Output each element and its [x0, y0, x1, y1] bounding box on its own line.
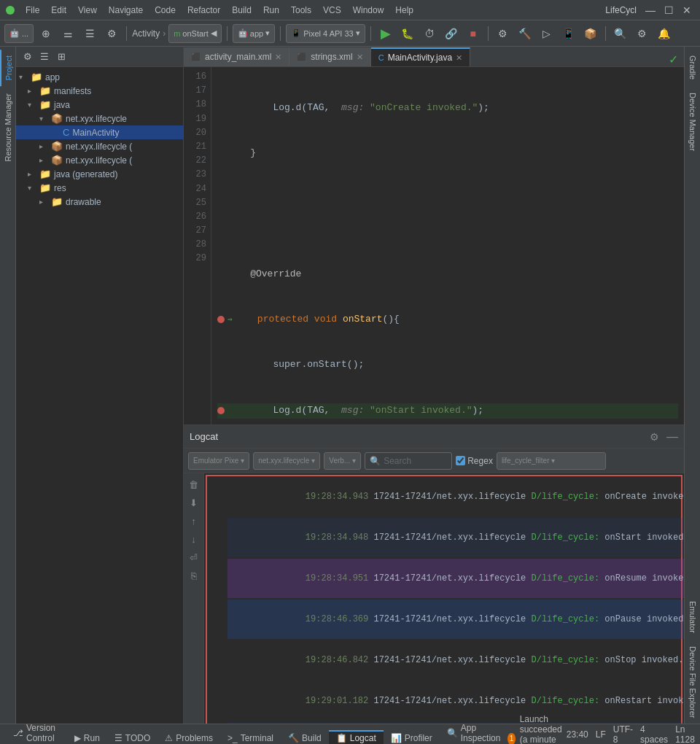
level-filter-dropdown[interactable]: Verb... ▾ [324, 452, 361, 470]
status-tab-terminal[interactable]: >_ Terminal [220, 732, 281, 745]
status-tab-problems-label: Problems [176, 733, 213, 743]
sidebar-item-project[interactable]: Project [0, 50, 16, 86]
logcat-scroll-top-btn[interactable]: ⬇ [186, 495, 202, 511]
logcat-minimize-icon[interactable]: — [666, 430, 678, 443]
menu-build[interactable]: Build [227, 4, 257, 17]
run-button[interactable]: ▶ [376, 24, 395, 43]
title-bar: File Edit View Navigate Code Refactor Bu… [0, 0, 700, 20]
project-collapse-btn[interactable]: ☰ [37, 50, 52, 64]
tab-mainactivity-java[interactable]: C MainActivity.java ✕ [371, 47, 470, 66]
package-filter-dropdown[interactable]: net.xyx.lifecycle ▾ [253, 452, 320, 470]
android-icon-btn[interactable]: 🤖 ... [4, 24, 34, 43]
sync-btn[interactable]: ⚌ [58, 24, 77, 43]
close-button[interactable]: ✕ [680, 4, 694, 16]
maximize-icon[interactable] [6, 6, 15, 15]
tree-item-drawable[interactable]: ▸ 📁 drawable [16, 195, 183, 209]
device-filter-label: Emulator Pixe [193, 457, 238, 465]
status-tab-profiler[interactable]: 📊 Profiler [384, 732, 440, 745]
menu-help[interactable]: Help [390, 4, 419, 17]
search-everywhere-btn[interactable]: 🔍 [611, 24, 630, 43]
notifications-btn[interactable]: 🔔 [655, 24, 674, 43]
settings-main-btn[interactable]: ⚙ [633, 24, 652, 43]
status-tab-build[interactable]: 🔨 Build [281, 732, 329, 745]
app-dropdown-btn[interactable]: 🤖 app ▾ [233, 24, 275, 43]
tree-item-java[interactable]: ▾ 📁 java [16, 98, 183, 112]
menu-edit[interactable]: Edit [46, 4, 71, 17]
log-icon-6 [207, 681, 228, 721]
avd-manager-btn[interactable]: 📱 [559, 24, 578, 43]
minimize-button[interactable]: — [642, 4, 658, 16]
breadcrumb-activity: Activity [132, 28, 160, 39]
make-project-btn[interactable]: 🔨 [516, 24, 534, 43]
project-expand-btn[interactable]: ⊞ [54, 50, 69, 64]
tab-activity-main-xml[interactable]: ⬛ activity_main.xml ✕ [184, 47, 289, 66]
sidebar-item-gradle[interactable]: Gradle [685, 50, 700, 85]
folder-icon-app: 📁 [31, 71, 42, 82]
logcat-up-btn[interactable]: ↑ [186, 513, 202, 529]
status-tab-run[interactable]: ▶ Run [67, 732, 107, 745]
tab-close-mainactivity[interactable]: ✕ [456, 53, 462, 63]
debug-button[interactable]: 🐛 [398, 24, 417, 43]
menu-code[interactable]: Code [149, 4, 181, 17]
logcat-content[interactable]: 19:28:34.943 17241-17241/net.xyx.lifecyc… [204, 473, 684, 724]
menu-file[interactable]: File [20, 4, 44, 17]
menu-view[interactable]: View [73, 4, 102, 17]
app-inspection-icon: 🔍 [447, 728, 458, 738]
sdk-manager-btn[interactable]: 📦 [581, 24, 600, 43]
tree-item-mainactivity[interactable]: C MainActivity [16, 125, 183, 139]
tree-item-manifests[interactable]: ▸ 📁 manifests [16, 84, 183, 98]
menu-navigate[interactable]: Navigate [104, 4, 148, 17]
regex-checkbox[interactable] [456, 456, 465, 465]
breadcrumb-method-btn[interactable]: m onStart ◀ [168, 24, 222, 43]
tab-close-activity-main[interactable]: ✕ [275, 53, 281, 62]
sidebar-item-emulator[interactable]: Emulator [685, 595, 700, 639]
code-editor[interactable]: 16 17 18 19 20 21 22 23 24 25 26 27 28 2… [184, 67, 684, 425]
code-content[interactable]: Log.d(TAG, msg: "onCreate invoked."); } [211, 67, 684, 425]
device-filter-dropdown[interactable]: Emulator Pixe ▾ [188, 452, 249, 470]
status-tab-vc-label: Version Control [26, 723, 60, 743]
maximize-button[interactable]: ☐ [661, 4, 677, 16]
attach-debugger-btn[interactable]: 🔗 [442, 24, 461, 43]
logcat-settings-icon[interactable]: ⚙ [650, 431, 659, 443]
sidebar-item-device-file-explorer[interactable]: Device File Explorer [685, 640, 700, 724]
add-file-btn[interactable]: ⊕ [36, 24, 55, 43]
logcat-search-box[interactable]: 🔍 Search [365, 452, 452, 470]
menu-vcs[interactable]: VCS [318, 4, 346, 17]
run-configuration-btn[interactable]: ▷ [537, 24, 556, 43]
expand-arrow-lifecycle1: ▾ [39, 115, 51, 123]
logcat-wrap-btn[interactable]: ⏎ [186, 549, 202, 565]
tree-item-lifecycle2[interactable]: ▸ 📦 net.xyx.lifecycle ( [16, 139, 183, 153]
log-row-2: 19:28:34.948 17241-17241/net.xyx.lifecyc… [206, 517, 682, 558]
status-tab-problems[interactable]: ⚠ Problems [158, 732, 220, 745]
tree-label-drawable: drawable [66, 197, 101, 207]
settings-btn[interactable]: ⚙ [102, 24, 121, 43]
device-dropdown-btn[interactable]: 📱 Pixel 4 API 33 ▾ [286, 24, 365, 43]
menu-tools[interactable]: Tools [286, 4, 316, 17]
tree-item-app[interactable]: ▾ 📁 app [16, 70, 183, 84]
tree-item-lifecycle1[interactable]: ▾ 📦 net.xyx.lifecycle [16, 112, 183, 125]
project-settings-btn[interactable]: ⚙ [20, 50, 35, 64]
status-tab-version-control[interactable]: ⎇ Version Control [6, 721, 67, 745]
tree-item-lifecycle3[interactable]: ▸ 📦 net.xyx.lifecycle ( [16, 153, 183, 167]
logcat-down-btn[interactable]: ↓ [186, 531, 202, 547]
sync-project-btn[interactable]: ⚙ [494, 24, 513, 43]
logcat-clear-btn[interactable]: 🗑 [186, 476, 202, 492]
tree-item-java-generated[interactable]: ▸ 📁 java (generated) [16, 167, 183, 181]
status-tab-app-inspection[interactable]: 🔍 App Inspection [440, 721, 508, 745]
status-tab-todo[interactable]: ☰ TODO [107, 732, 158, 745]
tab-strings-xml[interactable]: ⬛ strings.xml ✕ [289, 47, 370, 66]
filter-name-dropdown[interactable]: life_cycle_filter ▾ [497, 452, 606, 470]
status-tab-logcat[interactable]: 📋 Logcat [329, 730, 384, 745]
menu-refactor[interactable]: Refactor [182, 4, 225, 17]
menu-run[interactable]: Run [258, 4, 284, 17]
profile-button[interactable]: ⏱ [420, 24, 439, 43]
logcat-copy-btn[interactable]: ⎘ [186, 567, 202, 584]
stop-button[interactable]: ■ [464, 24, 483, 43]
expand-arrow-java: ▾ [28, 101, 39, 109]
sidebar-item-device-manager[interactable]: Device Manager [685, 87, 700, 157]
gradle-btn[interactable]: ☰ [80, 24, 99, 43]
tree-item-res[interactable]: ▾ 📁 res [16, 181, 183, 195]
sidebar-item-resource-manager[interactable]: Resource Manager [1, 88, 15, 168]
menu-window[interactable]: Window [348, 4, 389, 17]
tab-close-strings[interactable]: ✕ [357, 53, 363, 62]
